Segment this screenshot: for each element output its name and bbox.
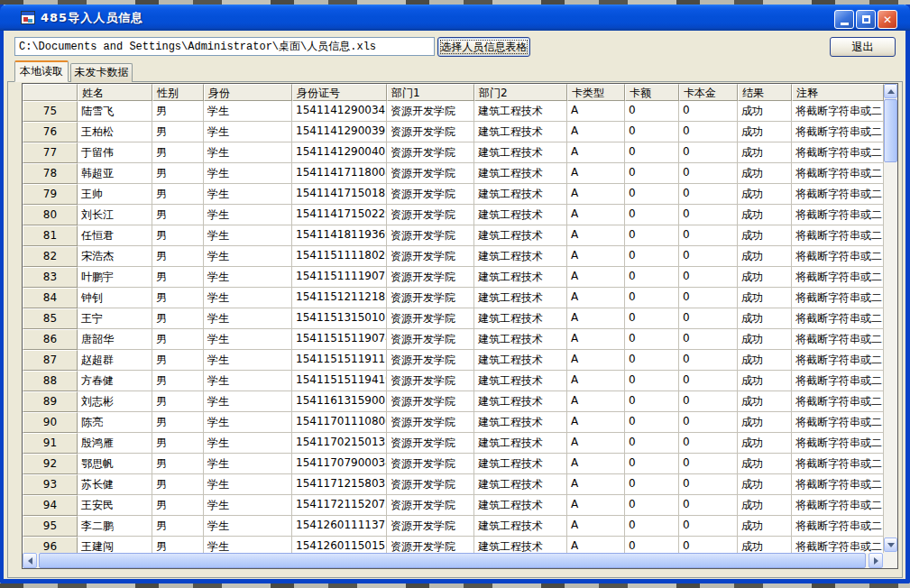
cell[interactable]: 成功 (738, 454, 792, 474)
cell[interactable]: 资源开发学院 (387, 205, 474, 225)
cell[interactable]: 男 (152, 246, 204, 267)
cell[interactable]: 男 (152, 163, 204, 184)
cell[interactable]: 15411515119074 (292, 329, 387, 350)
cell[interactable]: 学生 (204, 433, 292, 454)
column-header[interactable] (23, 84, 78, 101)
cell[interactable]: 将截断字符串或二... (792, 246, 884, 267)
cell[interactable]: A (567, 474, 625, 495)
cell[interactable]: 15411511118026 (292, 246, 387, 267)
cell[interactable]: A (567, 537, 625, 553)
row-header[interactable]: 75 (23, 101, 78, 122)
cell[interactable]: 资源开发学院 (387, 142, 474, 163)
cell[interactable]: 学生 (204, 350, 292, 371)
cell[interactable]: 资源开发学院 (387, 371, 474, 391)
cell[interactable]: 资源开发学院 (387, 516, 474, 537)
horizontal-scroll-thumb[interactable] (39, 553, 866, 568)
cell[interactable]: 学生 (204, 308, 292, 329)
row-header[interactable]: 84 (23, 288, 78, 308)
cell[interactable]: 建筑工程技术 (474, 288, 567, 308)
cell[interactable]: 建筑工程技术 (474, 225, 567, 246)
cell[interactable]: 0 (625, 246, 679, 267)
cell[interactable]: 资源开发学院 (387, 308, 474, 329)
cell[interactable]: 成功 (738, 412, 792, 433)
row-header[interactable]: 89 (23, 391, 78, 412)
column-header[interactable]: 结果 (738, 84, 792, 101)
cell[interactable]: 0 (625, 474, 679, 495)
row-header[interactable]: 91 (23, 433, 78, 454)
cell[interactable]: 0 (679, 246, 738, 267)
cell[interactable]: 建筑工程技术 (474, 205, 567, 225)
cell[interactable]: 0 (679, 267, 738, 288)
cell[interactable]: 建筑工程技术 (474, 101, 567, 122)
cell[interactable]: A (567, 308, 625, 329)
column-header[interactable]: 身份证号 (292, 84, 387, 101)
cell[interactable]: 0 (679, 288, 738, 308)
cell[interactable]: 资源开发学院 (387, 412, 474, 433)
cell[interactable]: 建筑工程技术 (474, 184, 567, 205)
cell[interactable]: 15412601111377 (292, 516, 387, 537)
cell[interactable]: 学生 (204, 516, 292, 537)
cell[interactable]: 15411515119419 (292, 371, 387, 391)
cell[interactable]: 0 (679, 101, 738, 122)
cell[interactable]: 资源开发学院 (387, 350, 474, 371)
row-header[interactable]: 77 (23, 142, 78, 163)
scroll-up-button[interactable] (884, 84, 897, 98)
cell[interactable]: 赵超群 (78, 350, 152, 371)
vertical-scroll-thumb[interactable] (884, 99, 897, 162)
cell[interactable]: 学生 (204, 474, 292, 495)
cell[interactable]: 资源开发学院 (387, 391, 474, 412)
cell[interactable]: A (567, 142, 625, 163)
row-header[interactable]: 81 (23, 225, 78, 246)
cell[interactable]: 将截断字符串或二... (792, 537, 884, 553)
cell[interactable]: A (567, 163, 625, 184)
cell[interactable]: 将截断字符串或二... (792, 474, 884, 495)
cell[interactable]: 15411417150229 (292, 205, 387, 225)
cell[interactable]: 15411412900391 (292, 122, 387, 142)
cell[interactable]: 0 (625, 288, 679, 308)
cell[interactable]: 成功 (738, 516, 792, 537)
cell[interactable]: 将截断字符串或二... (792, 412, 884, 433)
cell[interactable]: 0 (625, 412, 679, 433)
row-header[interactable]: 78 (23, 163, 78, 184)
cell[interactable]: 男 (152, 288, 204, 308)
cell[interactable]: 15411721152072 (292, 495, 387, 516)
cell[interactable]: 15411707900034 (292, 454, 387, 474)
cell[interactable]: 陆雪飞 (78, 101, 152, 122)
cell[interactable]: 学生 (204, 184, 292, 205)
cell[interactable]: 学生 (204, 391, 292, 412)
cell[interactable]: 将截断字符串或二... (792, 163, 884, 184)
cell[interactable]: 资源开发学院 (387, 184, 474, 205)
cell[interactable]: 建筑工程技术 (474, 350, 567, 371)
scroll-left-button[interactable] (23, 553, 37, 568)
row-header[interactable]: 95 (23, 516, 78, 537)
cell[interactable]: 成功 (738, 308, 792, 329)
cell[interactable]: 建筑工程技术 (474, 433, 567, 454)
cell[interactable]: 学生 (204, 122, 292, 142)
cell[interactable]: 资源开发学院 (387, 495, 474, 516)
cell[interactable]: 唐韶华 (78, 329, 152, 350)
cell[interactable]: 学生 (204, 267, 292, 288)
cell[interactable]: 王宁 (78, 308, 152, 329)
cell[interactable]: 0 (679, 142, 738, 163)
cell[interactable]: 资源开发学院 (387, 225, 474, 246)
column-header[interactable]: 卡类型 (567, 84, 625, 101)
row-header[interactable]: 85 (23, 308, 78, 329)
column-header[interactable]: 部门2 (474, 84, 567, 101)
cell[interactable]: 0 (679, 391, 738, 412)
cell[interactable]: 0 (679, 495, 738, 516)
cell[interactable]: 学生 (204, 101, 292, 122)
cell[interactable]: 将截断字符串或二... (792, 184, 884, 205)
cell[interactable]: 成功 (738, 495, 792, 516)
cell[interactable]: 资源开发学院 (387, 163, 474, 184)
cell[interactable]: 15411515119115 (292, 350, 387, 371)
row-header[interactable]: 79 (23, 184, 78, 205)
cell[interactable]: 男 (152, 454, 204, 474)
column-header[interactable]: 卡本金 (679, 84, 738, 101)
cell[interactable]: 0 (679, 122, 738, 142)
cell[interactable]: 0 (679, 371, 738, 391)
cell[interactable]: 0 (679, 205, 738, 225)
titlebar[interactable]: 485导入人员信息 ✕ (0, 5, 910, 31)
cell[interactable]: 将截断字符串或二... (792, 142, 884, 163)
cell[interactable]: 成功 (738, 371, 792, 391)
cell[interactable]: 15411613159001 (292, 391, 387, 412)
